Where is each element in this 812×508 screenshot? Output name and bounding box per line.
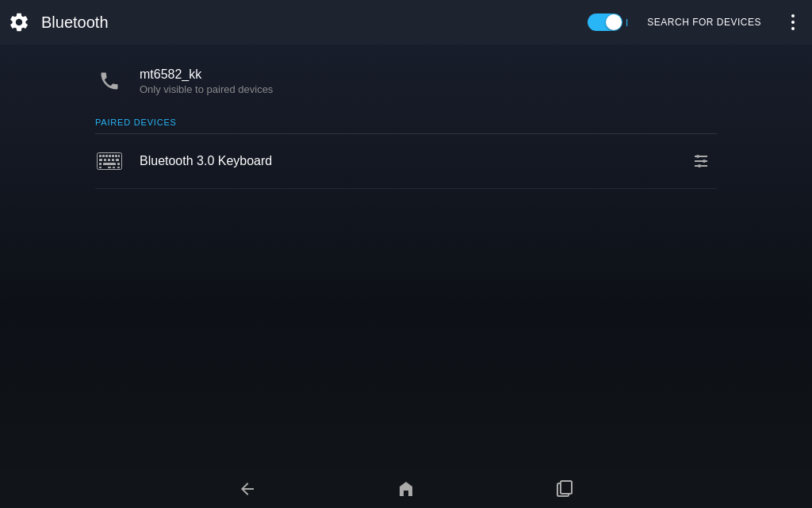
navigation-bar: [0, 470, 812, 508]
svg-rect-19: [117, 163, 120, 165]
svg-point-29: [698, 164, 701, 167]
overflow-dot-3: [791, 27, 795, 30]
overflow-dot-1: [791, 14, 795, 17]
svg-point-27: [703, 160, 706, 163]
svg-rect-9: [112, 155, 114, 157]
bluetooth-toggle-container[interactable]: I: [588, 13, 629, 31]
svg-rect-21: [108, 167, 111, 168]
svg-rect-23: [117, 167, 120, 168]
toggle-label: I: [626, 17, 629, 29]
home-button[interactable]: [390, 473, 422, 505]
back-button[interactable]: [232, 473, 263, 505]
app-bar: Bluetooth I SEARCH FOR DEVICES: [0, 0, 812, 44]
svg-rect-17: [99, 163, 102, 165]
svg-rect-16: [116, 159, 119, 161]
toggle-thumb: [606, 14, 622, 30]
svg-rect-12: [99, 159, 102, 161]
search-for-devices-button[interactable]: SEARCH FOR DEVICES: [638, 10, 771, 34]
svg-rect-14: [108, 159, 110, 161]
local-device-name: mt6582_kk: [140, 67, 273, 82]
local-device-subtitle: Only visible to paired devices: [140, 83, 273, 95]
svg-rect-22: [113, 167, 115, 168]
recents-button[interactable]: [549, 473, 580, 505]
app-title: Bluetooth: [41, 13, 578, 32]
device-list-item[interactable]: Bluetooth 3.0 Keyboard: [95, 134, 717, 189]
svg-rect-6: [102, 155, 105, 157]
device-settings-button[interactable]: [685, 145, 717, 177]
content-area: mt6582_kk Only visible to paired devices…: [0, 44, 812, 470]
svg-rect-11: [118, 155, 120, 157]
phone-icon: [95, 67, 124, 95]
svg-point-25: [696, 155, 699, 158]
local-device-info: mt6582_kk Only visible to paired devices: [95, 57, 717, 105]
local-device-details: mt6582_kk Only visible to paired devices: [140, 67, 273, 95]
svg-rect-5: [99, 155, 102, 157]
svg-rect-20: [99, 167, 102, 168]
bluetooth-toggle[interactable]: [588, 13, 622, 31]
svg-rect-15: [112, 159, 114, 161]
svg-rect-13: [104, 159, 106, 161]
paired-devices-label: PAIRED DEVICES: [95, 117, 717, 133]
keyboard-icon: [95, 147, 124, 175]
svg-rect-10: [115, 155, 117, 157]
svg-rect-18: [103, 163, 116, 165]
svg-rect-8: [109, 155, 111, 157]
overflow-dot-2: [791, 21, 795, 24]
overflow-menu-button[interactable]: [780, 10, 806, 35]
device-name-label: Bluetooth 3.0 Keyboard: [140, 154, 685, 168]
svg-rect-7: [105, 155, 108, 157]
settings-icon: [6, 10, 32, 35]
svg-rect-31: [561, 481, 572, 494]
